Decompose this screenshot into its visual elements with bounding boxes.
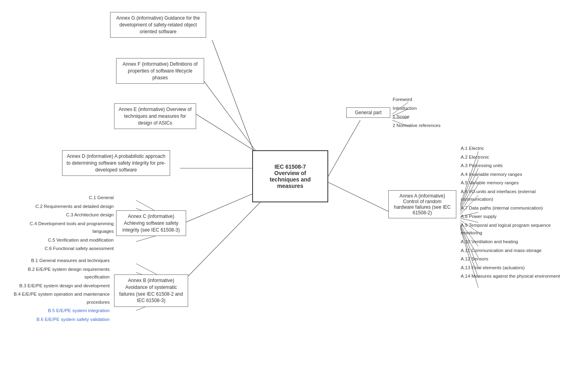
a-item-10: A.11 Communication and mass-storage bbox=[458, 246, 562, 255]
annex-e-label: Annex E (informative) Overview of techni… bbox=[118, 107, 191, 126]
a-item-4: A.5 Variable memory ranges bbox=[458, 179, 562, 188]
annex-c-label: Annex C (informative) Achieving software… bbox=[122, 214, 180, 233]
a-item-9: A.10 Ventilation and heating bbox=[458, 238, 562, 246]
gp-item-0: Foreword bbox=[390, 95, 443, 104]
svg-line-0 bbox=[328, 120, 360, 176]
annex-f-label: Annex F (informative) Definitions of pro… bbox=[122, 61, 197, 81]
annex-d-node: Annex D (informative) A probabilistic ap… bbox=[62, 150, 170, 176]
a-item-8: A.9 Temporal and logical program sequenc… bbox=[458, 221, 562, 238]
annex-d-label: Annex D (informative) A probabilistic ap… bbox=[66, 153, 165, 173]
general-part-label: General part bbox=[355, 110, 382, 115]
svg-line-3 bbox=[200, 76, 256, 151]
svg-line-1 bbox=[328, 182, 390, 212]
annex-f-node: Annex F (informative) Definitions of pro… bbox=[116, 58, 204, 84]
a-item-6: A.7 Data paths (internal communication) bbox=[458, 204, 562, 213]
c-item-2: C.3 Architecture design bbox=[24, 211, 116, 220]
general-part-items: Foreword Introduction 1 Scope 2 Normativ… bbox=[390, 95, 443, 130]
annex-a-node: Annex A (informative) Control of random … bbox=[388, 190, 456, 218]
a-item-7: A.8 Power supply bbox=[458, 212, 562, 221]
center-title: IEC 61508-7 Overview of techniques and m… bbox=[270, 163, 311, 189]
svg-line-2 bbox=[212, 40, 253, 150]
annex-b-label: Annex B (informative) Avoidance of syste… bbox=[119, 278, 183, 303]
a-item-1: A.2 Electronic bbox=[458, 153, 562, 162]
annex-b-items: B.1 General measures and techniques B.2 … bbox=[8, 256, 112, 324]
c-item-1: C.2 Requirements and detailed design bbox=[24, 202, 116, 211]
c-item-0: C.1 General bbox=[24, 194, 116, 202]
annex-e-node: Annex E (informative) Overview of techni… bbox=[114, 103, 196, 129]
annex-c-items: C.1 General C.2 Requirements and detaile… bbox=[24, 194, 116, 253]
center-node: IEC 61508-7 Overview of techniques and m… bbox=[252, 150, 328, 202]
b-item-0: B.1 General measures and techniques bbox=[8, 256, 112, 265]
annex-b-node: Annex B (informative) Avoidance of syste… bbox=[114, 274, 188, 307]
a-item-3: A.4 Invariable memory ranges bbox=[458, 170, 562, 179]
b-item-2: B.3 E/E/PE system design and development bbox=[8, 282, 112, 290]
annex-g-node: Annex G (informative) Guidance for the d… bbox=[110, 12, 206, 38]
b-item-5: B.6 E/E/PE system safety validation bbox=[8, 315, 112, 324]
svg-line-6 bbox=[176, 192, 256, 226]
a-item-5: A.6 I/O-units and interfaces (external c… bbox=[458, 188, 554, 204]
b-item-4: B.5 E/E/PE system integration bbox=[8, 306, 112, 315]
annex-a-items: A.1 Electric A.2 Electronic A.3 Processi… bbox=[458, 144, 562, 281]
annex-g-label: Annex G (informative) Guidance for the d… bbox=[116, 15, 200, 34]
c-item-5: C.6 Functional safety assessment bbox=[24, 244, 116, 253]
mind-map-canvas: IEC 61508-7 Overview of techniques and m… bbox=[0, 0, 588, 369]
b-item-1: B.2 E/E/PE system design requirements sp… bbox=[8, 265, 112, 282]
a-item-11: A.12 Sensors bbox=[458, 255, 562, 264]
b-item-3: B.4 E/E/PE system operation and maintena… bbox=[8, 290, 112, 306]
a-item-2: A.3 Processing units bbox=[458, 161, 562, 170]
c-item-3: C.4 Development tools and programming la… bbox=[24, 220, 116, 236]
general-part-node: General part bbox=[346, 107, 390, 118]
c-item-4: C.5 Verification and modification bbox=[24, 236, 116, 245]
a-item-0: A.1 Electric bbox=[458, 144, 562, 153]
svg-line-4 bbox=[196, 114, 258, 153]
a-item-13: A.14 Measures against the physical envir… bbox=[458, 272, 562, 281]
svg-line-7 bbox=[176, 202, 260, 288]
a-item-12: A.13 Final elements (actuators) bbox=[458, 264, 562, 272]
gp-item-2: 1 Scope bbox=[390, 113, 443, 121]
gp-item-3: 2 Normative references bbox=[390, 121, 443, 130]
annex-a-label: Annex A (informative) Control of random … bbox=[394, 193, 451, 216]
gp-item-1: Introduction bbox=[390, 104, 443, 113]
annex-c-node: Annex C (informative) Achieving software… bbox=[116, 210, 186, 236]
